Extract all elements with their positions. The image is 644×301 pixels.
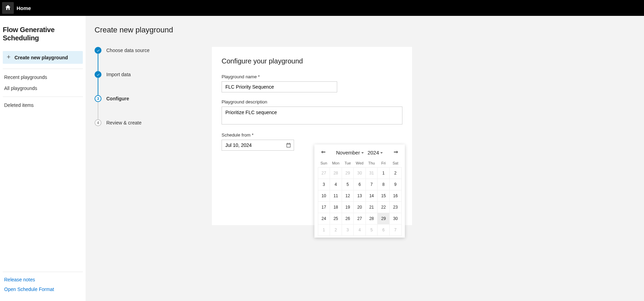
calendar-day[interactable]: 24 bbox=[318, 213, 330, 224]
step-number: 4 bbox=[95, 119, 101, 126]
calendar-day[interactable]: 4 bbox=[330, 179, 342, 190]
calendar-day[interactable]: 5 bbox=[342, 179, 354, 190]
app-title: Flow Generative Scheduling bbox=[0, 16, 86, 49]
calendar-dow: Tue bbox=[342, 159, 354, 167]
calendar-day[interactable]: 16 bbox=[389, 190, 402, 202]
calendar-dow: Sat bbox=[389, 159, 401, 167]
create-playground-button[interactable]: Create new playground bbox=[3, 51, 83, 64]
calendar-day[interactable]: 6 bbox=[377, 224, 390, 236]
step-connector bbox=[98, 78, 98, 95]
step-label: Import data bbox=[106, 72, 131, 77]
calendar-day[interactable]: 20 bbox=[353, 201, 366, 213]
playground-name-input[interactable] bbox=[222, 81, 337, 92]
calendar-day[interactable]: 2 bbox=[389, 167, 402, 179]
calendar-day[interactable]: 18 bbox=[330, 201, 342, 213]
calendar-day[interactable]: 29 bbox=[377, 213, 390, 224]
calendar-dow: Thu bbox=[365, 159, 378, 167]
calendar-day[interactable]: 10 bbox=[318, 190, 330, 202]
sidebar: Flow Generative Scheduling Create new pl… bbox=[0, 16, 86, 301]
calendar-day[interactable]: 22 bbox=[377, 201, 390, 213]
calendar-day[interactable]: 28 bbox=[365, 213, 378, 224]
step-number: 3 bbox=[95, 95, 101, 102]
calendar-day[interactable]: 1 bbox=[318, 224, 330, 236]
calendar-day[interactable]: 23 bbox=[389, 201, 402, 213]
calendar-day[interactable]: 30 bbox=[353, 167, 366, 179]
home-icon bbox=[4, 4, 11, 12]
divider bbox=[3, 69, 83, 69]
calendar-day[interactable]: 27 bbox=[353, 213, 366, 224]
calendar-day[interactable]: 30 bbox=[389, 213, 402, 224]
calendar-day[interactable]: 3 bbox=[318, 179, 330, 190]
calendar-day[interactable]: 15 bbox=[377, 190, 390, 202]
step-label: Configure bbox=[106, 96, 129, 101]
calendar-day[interactable]: 17 bbox=[318, 201, 330, 213]
check-icon bbox=[95, 47, 101, 54]
calendar-day[interactable]: 12 bbox=[342, 190, 354, 202]
calendar-day[interactable]: 27 bbox=[318, 167, 330, 179]
topbar-title[interactable]: Home bbox=[17, 5, 31, 11]
main-content: Create new playground Choose data source… bbox=[86, 16, 644, 301]
calendar-year-label: 2024 bbox=[368, 150, 379, 155]
create-playground-label: Create new playground bbox=[14, 55, 68, 60]
plus-icon bbox=[6, 54, 11, 60]
calendar-prev-button[interactable] bbox=[319, 149, 327, 156]
step-2[interactable]: Import data bbox=[95, 71, 191, 95]
calendar-day[interactable]: 14 bbox=[365, 190, 378, 202]
calendar-popup: November 2024 SunMonTueWedThuFriSat27282… bbox=[314, 144, 405, 238]
calendar-day[interactable]: 28 bbox=[330, 167, 342, 179]
playground-name-label: Playground name * bbox=[222, 74, 402, 79]
calendar-month-select[interactable]: November bbox=[336, 150, 364, 155]
sidebar-item-deleted[interactable]: Deleted items bbox=[0, 100, 86, 111]
topbar: Home bbox=[0, 0, 644, 16]
schedule-from-input[interactable] bbox=[222, 140, 294, 151]
home-button[interactable] bbox=[2, 2, 14, 14]
calendar-dow: Wed bbox=[354, 159, 366, 167]
calendar-day[interactable]: 25 bbox=[330, 213, 342, 224]
calendar-year-select[interactable]: 2024 bbox=[368, 150, 383, 155]
calendar-day[interactable]: 6 bbox=[353, 179, 366, 190]
page-heading: Create new playground bbox=[95, 26, 635, 34]
caret-down-icon bbox=[361, 150, 364, 155]
open-schedule-format-link[interactable]: Open Schedule Format bbox=[0, 284, 86, 294]
calendar-day[interactable]: 29 bbox=[342, 167, 354, 179]
calendar-day[interactable]: 21 bbox=[365, 201, 378, 213]
step-connector bbox=[98, 54, 98, 71]
arrow-right-icon bbox=[393, 150, 399, 155]
calendar-day[interactable]: 7 bbox=[365, 179, 378, 190]
step-connector bbox=[98, 102, 98, 119]
caret-down-icon bbox=[380, 150, 383, 155]
calendar-day[interactable]: 13 bbox=[353, 190, 366, 202]
calendar-day[interactable]: 2 bbox=[330, 224, 342, 236]
card-title: Configure your playground bbox=[222, 57, 402, 65]
divider bbox=[3, 97, 83, 97]
calendar-day[interactable]: 26 bbox=[342, 213, 354, 224]
calendar-day[interactable]: 19 bbox=[342, 201, 354, 213]
calendar-day[interactable]: 11 bbox=[330, 190, 342, 202]
calendar-day[interactable]: 31 bbox=[365, 167, 378, 179]
sidebar-item-all[interactable]: All playgrounds bbox=[0, 83, 86, 94]
step-label: Choose data source bbox=[106, 48, 149, 53]
calendar-dow: Fri bbox=[378, 159, 390, 167]
sidebar-item-recent[interactable]: Recent playgrounds bbox=[0, 72, 86, 83]
calendar-dow: Sun bbox=[318, 159, 330, 167]
calendar-day[interactable]: 5 bbox=[365, 224, 378, 236]
calendar-day[interactable]: 7 bbox=[389, 224, 402, 236]
calendar-day[interactable]: 9 bbox=[389, 179, 402, 190]
release-notes-link[interactable]: Release notes bbox=[0, 275, 86, 284]
step-4[interactable]: 4Review & create bbox=[95, 119, 191, 126]
check-icon bbox=[95, 71, 101, 78]
calendar-dow: Mon bbox=[330, 159, 342, 167]
divider bbox=[3, 272, 83, 272]
calendar-day[interactable]: 8 bbox=[377, 179, 390, 190]
step-3[interactable]: 3Configure bbox=[95, 95, 191, 119]
calendar-day[interactable]: 3 bbox=[342, 224, 354, 236]
step-1[interactable]: Choose data source bbox=[95, 47, 191, 71]
calendar-next-button[interactable] bbox=[392, 149, 400, 156]
arrow-left-icon bbox=[320, 150, 326, 155]
calendar-day[interactable]: 4 bbox=[353, 224, 366, 236]
calendar-day[interactable]: 1 bbox=[377, 167, 390, 179]
calendar-grid: SunMonTueWedThuFriSat2728293031123456789… bbox=[318, 159, 401, 235]
calendar-month-label: November bbox=[336, 150, 360, 155]
playground-description-input[interactable] bbox=[222, 107, 402, 124]
schedule-from-label: Schedule from * bbox=[222, 132, 402, 138]
